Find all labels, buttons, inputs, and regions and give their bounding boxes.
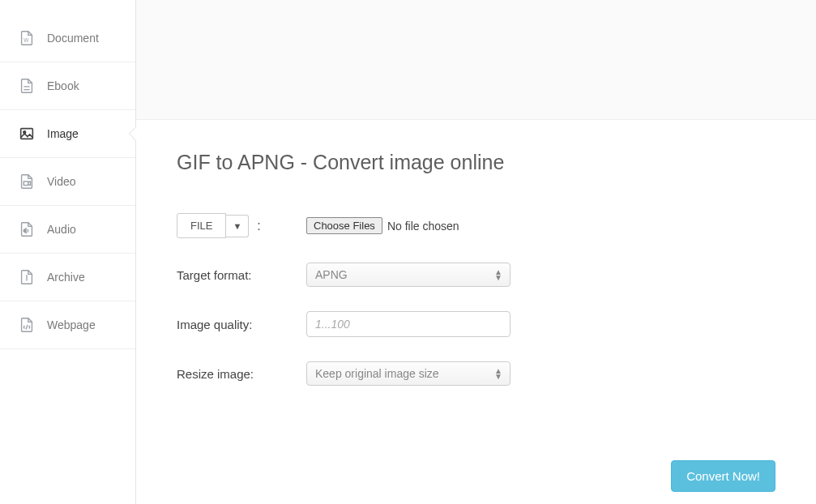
svg-text:W: W [23, 37, 29, 43]
document-icon: W [18, 29, 36, 47]
svg-rect-1 [21, 129, 33, 139]
file-source-group: FILE ▼ [177, 213, 249, 238]
content: GIF to APNG - Convert image online FILE … [136, 120, 816, 504]
target-format-select[interactable]: APNG [306, 263, 511, 287]
sidebar-item-document[interactable]: W Document [0, 15, 135, 62]
image-quality-row: Image quality: [177, 311, 775, 337]
sidebar-item-image[interactable]: Image [0, 110, 135, 158]
sidebar-item-label: Webpage [47, 318, 96, 331]
sidebar-item-archive[interactable]: Archive [0, 254, 135, 301]
image-quality-input[interactable] [306, 311, 511, 337]
resize-select[interactable]: Keep original image size [306, 361, 511, 386]
caret-down-icon: ▼ [233, 221, 241, 231]
file-source-button[interactable]: FILE [177, 213, 226, 238]
page-title: GIF to APNG - Convert image online [177, 151, 775, 174]
sidebar-item-label: Ebook [47, 79, 79, 92]
archive-icon [18, 268, 36, 286]
target-format-label: Target format: [177, 268, 306, 282]
convert-button[interactable]: Convert Now! [671, 460, 775, 492]
sidebar-item-video[interactable]: Video [0, 158, 135, 206]
sidebar-item-label: Image [47, 127, 79, 140]
choose-files-button[interactable]: Choose Files [306, 217, 382, 234]
file-status: No file chosen [387, 220, 459, 233]
ad-space [136, 0, 816, 120]
target-format-row: Target format: APNG ▲▼ [177, 263, 775, 287]
file-source-dropdown[interactable]: ▼ [226, 215, 249, 237]
sidebar-item-audio[interactable]: Audio [0, 206, 135, 254]
sidebar-item-ebook[interactable]: Ebook [0, 62, 135, 110]
resize-label: Resize image: [177, 367, 306, 381]
sidebar: W Document Ebook Image [0, 0, 136, 504]
ebook-icon [18, 77, 36, 95]
main: GIF to APNG - Convert image online FILE … [136, 0, 816, 504]
sidebar-item-label: Audio [47, 223, 76, 236]
video-icon [18, 173, 36, 190]
sidebar-item-label: Archive [47, 271, 85, 284]
resize-row: Resize image: Keep original image size ▲… [177, 361, 775, 386]
colon: : [257, 219, 260, 233]
audio-icon [18, 220, 36, 238]
sidebar-item-webpage[interactable]: Webpage [0, 301, 135, 349]
file-row: FILE ▼ : Choose Files No file chosen [177, 213, 775, 238]
webpage-icon [18, 316, 36, 334]
image-icon [18, 125, 36, 143]
image-quality-label: Image quality: [177, 318, 306, 331]
svg-rect-3 [23, 182, 28, 186]
sidebar-item-label: Video [47, 175, 76, 188]
sidebar-item-label: Document [47, 32, 99, 45]
